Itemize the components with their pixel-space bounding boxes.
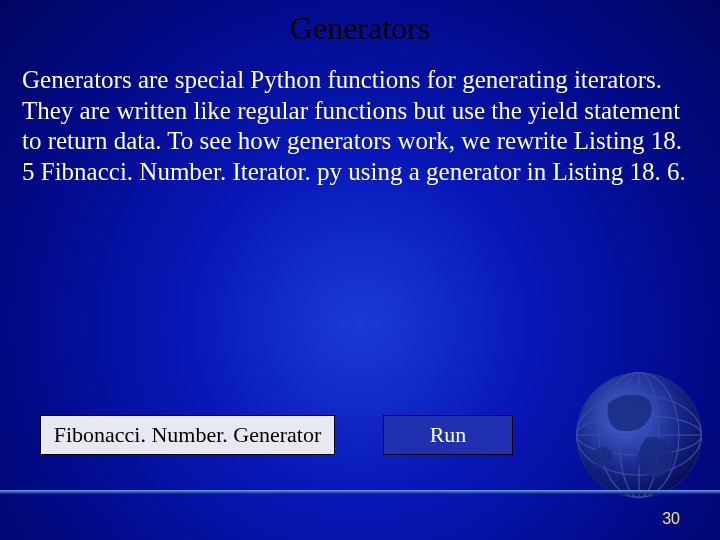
button-row: Fibonacci. Number. Generator Run <box>40 415 513 455</box>
page-number: 30 <box>662 510 680 528</box>
code-listing-button[interactable]: Fibonacci. Number. Generator <box>40 415 335 455</box>
svg-point-0 <box>577 373 702 498</box>
footer-divider <box>0 490 720 494</box>
svg-point-4 <box>599 373 679 498</box>
svg-point-1 <box>577 415 702 455</box>
run-button[interactable]: Run <box>383 415 513 455</box>
svg-point-3 <box>619 373 659 498</box>
slide-body-text: Generators are special Python functions … <box>0 47 720 187</box>
globe-icon <box>564 360 714 510</box>
slide-title: Generators <box>0 0 720 47</box>
svg-point-2 <box>577 395 702 475</box>
